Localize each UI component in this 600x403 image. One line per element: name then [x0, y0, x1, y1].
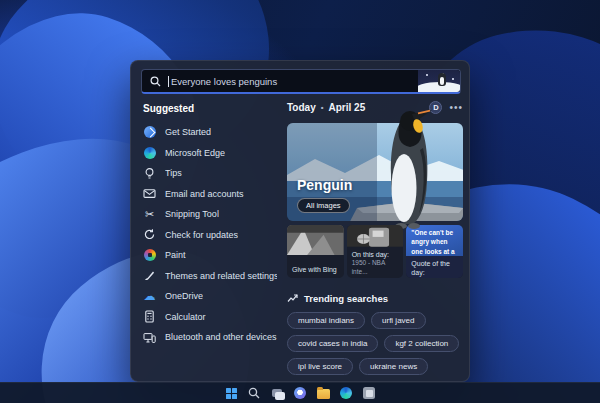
get-started-icon — [143, 126, 156, 139]
cloud-icon: ☁ — [143, 290, 156, 303]
penguin-figure — [379, 108, 439, 232]
date-label: April 25 — [329, 102, 366, 113]
search-panel: Everyone loves penguins Suggested Get St… — [130, 60, 470, 382]
edge-icon — [143, 146, 156, 159]
card-title: On this day: — [352, 250, 399, 259]
panel-content: Suggested Get Started Microsoft Edge Tip… — [141, 101, 463, 375]
windows-logo-icon — [226, 388, 237, 399]
taskbar — [0, 382, 600, 403]
trending-pill[interactable]: covid cases in india — [287, 335, 378, 352]
card-title: Quote of the day: — [411, 259, 458, 278]
taskbar-search-button[interactable] — [247, 386, 261, 400]
edge-button[interactable] — [339, 386, 353, 400]
hero-card-penguin[interactable]: Penguin All images — [287, 123, 463, 221]
sidebar-item-microsoft-edge[interactable]: Microsoft Edge — [141, 143, 277, 164]
on-this-day-image — [347, 225, 404, 247]
trending-pill[interactable]: urfi javed — [371, 312, 425, 329]
sidebar-item-get-started[interactable]: Get Started — [141, 122, 277, 143]
more-menu-icon[interactable]: ••• — [449, 105, 463, 111]
search-icon — [248, 387, 260, 399]
devices-icon — [143, 331, 156, 344]
trending-section: Trending searches mumbai indians urfi ja… — [287, 293, 463, 375]
hero-title: Penguin — [297, 177, 352, 193]
card-quote-of-the-day[interactable]: "One can't be angry when one looks at a … — [406, 225, 463, 278]
sidebar-item-onedrive[interactable]: ☁ OneDrive — [141, 286, 277, 307]
all-images-button[interactable]: All images — [297, 198, 350, 213]
card-give-with-bing[interactable]: Give with Bing — [287, 225, 344, 278]
desktop: Everyone loves penguins Suggested Get St… — [0, 0, 600, 403]
suggested-header: Suggested — [143, 103, 277, 114]
trending-pill[interactable]: ipl live score — [287, 358, 353, 375]
lightbulb-icon — [143, 167, 156, 180]
app-icon — [363, 387, 375, 399]
card-title: Give with Bing — [292, 266, 337, 273]
separator-dot: • — [321, 103, 324, 112]
trending-pill[interactable]: ukraine news — [359, 358, 428, 375]
task-view-button[interactable] — [270, 386, 284, 400]
trending-pills: mumbai indians urfi javed covid cases in… — [287, 312, 463, 375]
mini-penguin-shape — [438, 73, 446, 86]
trending-header: Trending searches — [304, 293, 388, 304]
text-caret — [168, 76, 169, 87]
sidebar-item-email-accounts[interactable]: Email and accounts — [141, 184, 277, 205]
trending-icon — [287, 293, 298, 304]
widgets-button[interactable] — [293, 386, 307, 400]
paintbrush-icon — [143, 269, 156, 282]
sidebar-item-paint[interactable]: Paint — [141, 245, 277, 266]
search-text: Everyone loves penguins — [171, 76, 277, 87]
paint-palette-icon — [143, 249, 156, 262]
file-explorer-button[interactable] — [316, 386, 330, 400]
trending-pill[interactable]: mumbai indians — [287, 312, 365, 329]
folder-icon — [317, 389, 330, 399]
today-label: Today — [287, 102, 316, 113]
sidebar-item-check-for-updates[interactable]: Check for updates — [141, 225, 277, 246]
envelope-icon — [143, 187, 156, 200]
trending-pill[interactable]: kgf 2 collection — [384, 335, 459, 352]
card-on-this-day[interactable]: On this day: 1950 - NBA inte... — [347, 225, 404, 278]
cards-row: Give with Bing — [287, 225, 463, 278]
refresh-icon — [143, 228, 156, 241]
task-view-icon — [272, 389, 282, 397]
app-button[interactable] — [362, 386, 376, 400]
sidebar-item-snipping-tool[interactable]: ✂ Snipping Tool — [141, 204, 277, 225]
search-icon — [150, 76, 161, 87]
star-icon — [426, 74, 428, 76]
sidebar-item-tips[interactable]: Tips — [141, 163, 277, 184]
widgets-icon — [294, 387, 306, 399]
sidebar-item-calculator[interactable]: Calculator — [141, 307, 277, 328]
card-subtitle: 1950 - NBA inte... — [352, 259, 399, 276]
edge-icon — [340, 387, 352, 399]
calculator-icon — [143, 310, 156, 323]
start-button[interactable] — [224, 386, 238, 400]
search-penguin-illustration — [418, 70, 460, 92]
suggested-list: Suggested Get Started Microsoft Edge Tip… — [141, 101, 277, 375]
sidebar-item-themes[interactable]: Themes and related settings — [141, 266, 277, 287]
search-input[interactable]: Everyone loves penguins — [141, 69, 461, 94]
give-with-bing-image — [287, 225, 344, 255]
scissors-icon: ✂ — [143, 208, 156, 221]
star-icon — [452, 78, 454, 80]
today-panel: Today • April 25 D ••• — [277, 101, 463, 375]
sidebar-item-bluetooth-devices[interactable]: Bluetooth and other devices sett... — [141, 327, 277, 348]
